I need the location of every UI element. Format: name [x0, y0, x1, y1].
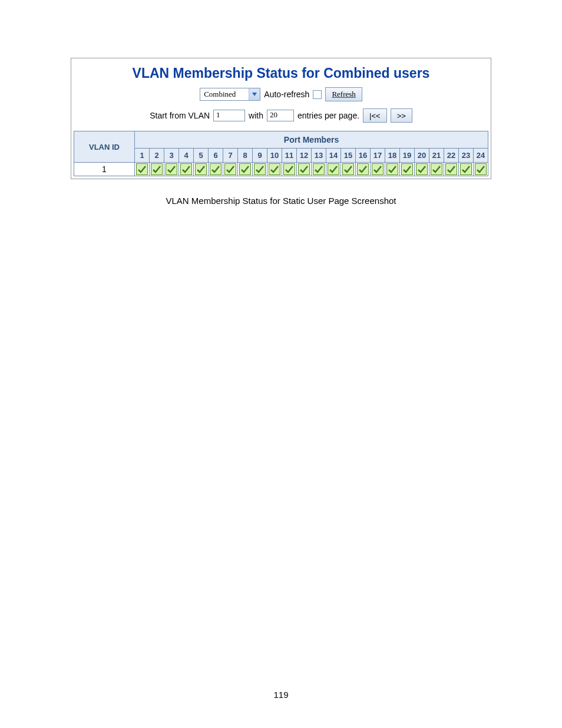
port-header-3: 3 [164, 149, 179, 163]
port-member-cell [135, 163, 150, 176]
port-header-11: 11 [282, 149, 297, 163]
port-member-cell [429, 163, 444, 176]
port-member-cell [282, 163, 297, 176]
port-header-2: 2 [150, 149, 164, 163]
port-members-header: Port Members [135, 131, 488, 149]
vlan-id-cell: 1 [74, 163, 135, 176]
check-icon [180, 163, 192, 175]
first-page-button[interactable]: |<< [363, 108, 387, 123]
page-number: 119 [0, 690, 562, 700]
port-member-cell [267, 163, 282, 176]
port-header-14: 14 [326, 149, 341, 163]
table-head: VLAN ID Port Members 1234567891011121314… [74, 131, 488, 163]
port-member-cell [474, 163, 488, 176]
controls-row-2: Start from VLAN 1 with 20 entries per pa… [71, 108, 491, 123]
check-icon [224, 163, 236, 175]
port-member-cell [385, 163, 400, 176]
start-vlan-input[interactable]: 1 [213, 110, 245, 121]
port-header-13: 13 [312, 149, 326, 163]
port-header-4: 4 [179, 149, 194, 163]
check-icon [283, 163, 295, 175]
figure-caption: VLAN Membership Status for Static User P… [0, 196, 562, 206]
port-header-15: 15 [341, 149, 356, 163]
check-icon [445, 163, 457, 175]
table-row: 1 [74, 163, 488, 176]
port-header-24: 24 [474, 149, 488, 163]
port-member-cell [223, 163, 238, 176]
check-icon [357, 163, 369, 175]
check-icon [342, 163, 354, 175]
port-member-cell [150, 163, 164, 176]
port-header-12: 12 [297, 149, 312, 163]
next-page-button[interactable]: >> [391, 108, 412, 123]
port-header-23: 23 [459, 149, 474, 163]
start-from-vlan-label: Start from VLAN [150, 111, 210, 120]
port-member-cell [253, 163, 267, 176]
check-icon [416, 163, 428, 175]
check-icon [166, 163, 177, 175]
port-member-cell [415, 163, 429, 176]
port-header-22: 22 [444, 149, 459, 163]
entries-per-page-label: entries per page. [297, 111, 359, 120]
check-icon [210, 163, 222, 175]
port-header-20: 20 [415, 149, 429, 163]
vlan-id-header: VLAN ID [74, 131, 135, 163]
port-header-17: 17 [371, 149, 385, 163]
port-header-19: 19 [400, 149, 415, 163]
check-icon [431, 163, 442, 175]
refresh-button[interactable]: Refresh [325, 87, 362, 101]
port-member-cell [371, 163, 385, 176]
port-header-7: 7 [223, 149, 238, 163]
port-header-6: 6 [209, 149, 223, 163]
check-icon [269, 163, 280, 175]
entries-per-page-input[interactable]: 20 [267, 110, 294, 121]
port-header-21: 21 [429, 149, 444, 163]
check-icon [313, 163, 325, 175]
chevron-down-icon [249, 88, 260, 100]
controls-row-1: Combined Auto-refresh Refresh [71, 87, 491, 101]
port-header-10: 10 [267, 149, 282, 163]
table-body: 1 [74, 163, 488, 176]
check-icon [328, 163, 339, 175]
port-header-1: 1 [135, 149, 150, 163]
port-member-cell [444, 163, 459, 176]
port-member-cell [164, 163, 179, 176]
auto-refresh-label: Auto-refresh [264, 90, 309, 99]
port-header-18: 18 [385, 149, 400, 163]
port-member-cell [356, 163, 371, 176]
check-icon [475, 163, 487, 175]
port-header-5: 5 [194, 149, 209, 163]
port-member-cell [179, 163, 194, 176]
check-icon [298, 163, 310, 175]
port-member-cell [459, 163, 474, 176]
check-icon [151, 163, 163, 175]
vlan-membership-table: VLAN ID Port Members 1234567891011121314… [74, 131, 488, 176]
vlan-membership-panel: VLAN Membership Status for Combined user… [71, 58, 491, 179]
port-member-cell [400, 163, 415, 176]
svg-marker-0 [252, 93, 257, 96]
check-icon [460, 163, 472, 175]
check-icon [372, 163, 384, 175]
user-type-select[interactable]: Combined [200, 88, 260, 101]
port-member-cell [326, 163, 341, 176]
check-icon [401, 163, 413, 175]
check-icon [254, 163, 266, 175]
port-member-cell [341, 163, 356, 176]
port-member-cell [209, 163, 223, 176]
auto-refresh-checkbox[interactable] [313, 90, 322, 99]
port-member-cell [312, 163, 326, 176]
check-icon [195, 163, 207, 175]
port-header-9: 9 [253, 149, 267, 163]
check-icon [386, 163, 398, 175]
check-icon [239, 163, 251, 175]
port-member-cell [238, 163, 253, 176]
port-header-8: 8 [238, 149, 253, 163]
port-member-cell [194, 163, 209, 176]
port-member-cell [297, 163, 312, 176]
with-label: with [249, 111, 263, 120]
port-header-16: 16 [356, 149, 371, 163]
page-title: VLAN Membership Status for Combined user… [71, 65, 491, 81]
check-icon [136, 163, 148, 175]
user-type-select-value: Combined [200, 90, 249, 99]
